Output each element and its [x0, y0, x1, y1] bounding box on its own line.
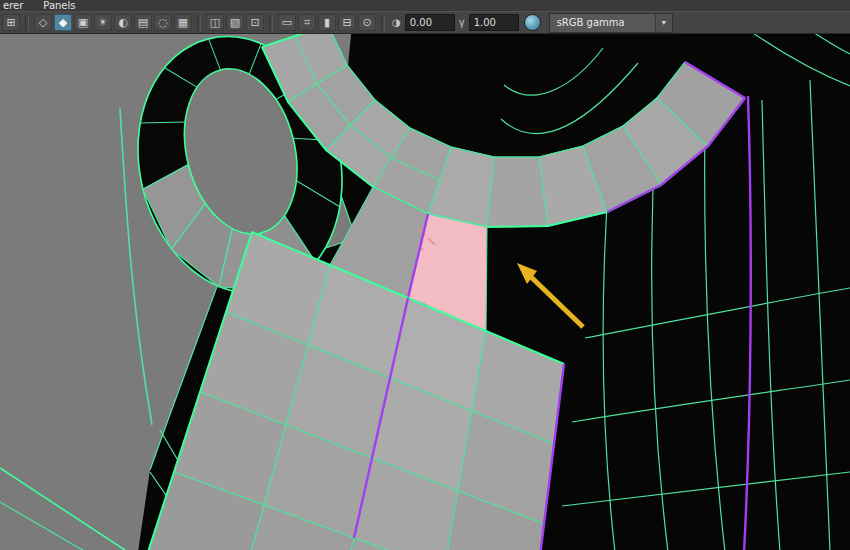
anti-aliasing-icon[interactable]: ▦: [174, 14, 192, 31]
screen-space-ao-icon[interactable]: ▤: [134, 14, 152, 31]
textured-display-icon[interactable]: ▣: [74, 14, 92, 31]
isolate-select-icon[interactable]: ◫: [206, 14, 224, 31]
toolbar-separator: [197, 15, 201, 31]
shadows-icon[interactable]: ◐: [114, 14, 132, 31]
use-all-lights-icon[interactable]: ☀: [94, 14, 112, 31]
toolbar-separator: [381, 15, 385, 31]
panel-top-bars: erer Panels ⊞ ◇ ◆ ▣ ☀ ◐ ▤ ◌ ▦ ◫ ▧ ⊡ ▭ ⌗ …: [0, 0, 850, 34]
safe-action-icon[interactable]: ⊙: [358, 14, 376, 31]
toolbar-separator: [25, 15, 29, 31]
panel-icon-toolbar: ⊞ ◇ ◆ ▣ ☀ ◐ ▤ ◌ ▦ ◫ ▧ ⊡ ▭ ⌗ ▮ ⊟ ⊙ ◑ 0.00…: [0, 11, 850, 34]
snap-grid-icon[interactable]: ⊞: [2, 14, 20, 31]
menu-panels[interactable]: Panels: [43, 0, 75, 11]
gamma-field[interactable]: 1.00: [469, 14, 519, 31]
toolbar-separator: [269, 15, 273, 31]
maya-viewport-window: erer Panels ⊞ ◇ ◆ ▣ ☀ ◐ ▤ ◌ ▦ ◫ ▧ ⊡ ▭ ⌗ …: [0, 0, 850, 550]
motion-blur-icon[interactable]: ◌: [154, 14, 172, 31]
resolution-gate-icon[interactable]: ⌗: [298, 14, 316, 31]
exposure-icon[interactable]: ◑: [392, 17, 401, 28]
field-chart-icon[interactable]: ⊟: [338, 14, 356, 31]
wireframe-display-icon[interactable]: ◇: [34, 14, 52, 31]
gate-mask-icon[interactable]: ▮: [318, 14, 336, 31]
view-transform-value: sRGB gamma: [550, 17, 655, 28]
viewport-area[interactable]: [0, 0, 850, 550]
menu-renderer[interactable]: erer: [3, 0, 23, 11]
wireframe-on-shaded-icon[interactable]: ⊡: [246, 14, 264, 31]
exposure-field[interactable]: 0.00: [405, 14, 455, 31]
film-gate-icon[interactable]: ▭: [278, 14, 296, 31]
chevron-down-icon[interactable]: ▾: [655, 14, 672, 32]
color-management-icon[interactable]: [524, 14, 541, 31]
x-ray-icon[interactable]: ▧: [226, 14, 244, 31]
shaded-display-icon[interactable]: ◆: [54, 14, 72, 31]
gamma-icon[interactable]: γ: [459, 17, 465, 28]
viewport-canvas[interactable]: [0, 0, 850, 550]
view-transform-dropdown[interactable]: sRGB gamma ▾: [549, 13, 673, 33]
panel-menu-bar: erer Panels: [0, 0, 850, 11]
